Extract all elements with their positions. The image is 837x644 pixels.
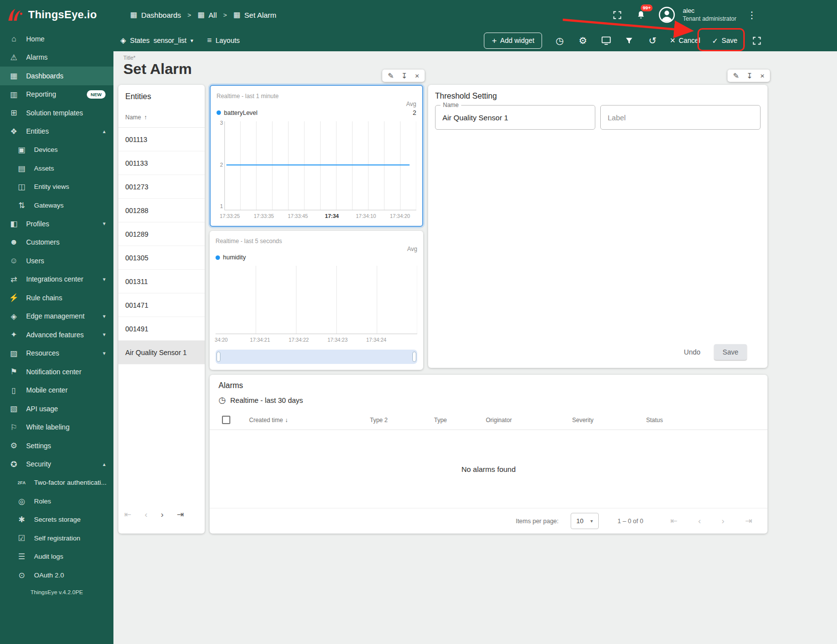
column-header-type[interactable]: Type (434, 417, 486, 424)
sidebar-item-audit-logs[interactable]: ☰Audit logs (0, 547, 113, 566)
first-page-icon[interactable]: ⇤ (670, 517, 677, 525)
prev-page-icon[interactable]: ‹ (698, 517, 701, 525)
last-page-icon[interactable]: ⇥ (745, 517, 752, 525)
entity-aliases-icon[interactable] (594, 36, 618, 45)
sidebar-item-resources[interactable]: ▨Resources▾ (0, 344, 113, 363)
alarms-timewindow-button[interactable]: ◷ Realtime - last 30 days (210, 390, 767, 410)
sidebar-item-assets[interactable]: ▤Assets (0, 159, 113, 178)
report-icon: ▥ (9, 90, 19, 99)
sidebar-item-two-factor-authentication[interactable]: 2FATwo-factor authenticati... (0, 473, 113, 492)
sidebar-item-oauth-2[interactable]: ⊙OAuth 2.0 (0, 566, 113, 585)
column-header-severity[interactable]: Severity (572, 417, 646, 424)
sidebar-item-gateways[interactable]: ⇅Gateways (0, 196, 113, 215)
sidebar-item-self-registration[interactable]: ☑Self registration (0, 529, 113, 548)
sidebar-item-dashboards[interactable]: ▦Dashboards (0, 67, 113, 85)
column-header-type-2[interactable]: Type 2 (370, 417, 434, 424)
sidebar-item-edge-management[interactable]: ◈Edge management▾ (0, 307, 113, 326)
column-header-status[interactable]: Status (646, 417, 767, 424)
legend-item[interactable]: batteryLevel (217, 109, 257, 116)
settings-gear-icon[interactable]: ⚙ (571, 35, 594, 46)
page-range: 1 – 0 of 0 (618, 518, 643, 525)
label-field[interactable]: Label (600, 105, 761, 130)
next-page-icon[interactable]: › (161, 510, 164, 519)
avatar[interactable] (658, 6, 676, 24)
cancel-button[interactable]: × Cancel (664, 33, 706, 48)
sidebar-item-roles[interactable]: ◎Roles (0, 492, 113, 511)
column-header-originator[interactable]: Originator (486, 417, 572, 424)
threshold-save-button[interactable]: Save (714, 344, 747, 360)
chevron-down-icon: ▾ (103, 331, 109, 338)
layouts-button[interactable]: ≡ Layouts (207, 36, 240, 45)
dashboard-title[interactable]: Set Alarm (123, 61, 192, 77)
notifications-bell-icon[interactable]: 99+ (634, 8, 647, 21)
sidebar-item-integrations-center[interactable]: ⇄Integrations center▾ (0, 270, 113, 289)
items-per-page-select[interactable]: 10 ▾ (571, 513, 599, 529)
toolbar-fullscreen-icon[interactable] (750, 34, 763, 47)
last-page-icon[interactable]: ⇥ (177, 510, 184, 519)
prev-page-icon[interactable]: ‹ (145, 510, 147, 519)
range-handle-right[interactable] (412, 352, 416, 362)
battery-chart-widget[interactable]: Realtime - last 1 minute Avg batteryLeve… (210, 85, 423, 227)
edit-pencil-icon[interactable]: ✎ (388, 72, 394, 79)
sidebar-item-notification-center[interactable]: ⚑Notification center (0, 362, 113, 381)
entity-row[interactable]: 001471 (118, 293, 205, 317)
download-icon[interactable]: ↧ (747, 72, 753, 79)
filters-icon[interactable] (618, 36, 641, 45)
close-widget-icon[interactable]: × (760, 72, 764, 79)
column-header-created-time[interactable]: Created time↓ (249, 417, 370, 424)
next-page-icon[interactable]: › (722, 517, 725, 525)
breadcrumb-item[interactable]: ▦Dashboards (130, 10, 181, 19)
sidebar-item-profiles[interactable]: ◧Profiles▾ (0, 215, 113, 233)
sidebar-item-advanced-features[interactable]: ✦Advanced features▾ (0, 325, 113, 344)
breadcrumb-item[interactable]: ▦All (198, 10, 217, 19)
sidebar-item-entity-views[interactable]: ◫Entity views (0, 178, 113, 196)
fullscreen-icon[interactable] (611, 8, 623, 21)
sidebar-item-security[interactable]: ✪Security▴ (0, 455, 113, 474)
user-info[interactable]: alec Tenant administrator (683, 7, 736, 23)
version-history-icon[interactable]: ↺ (641, 35, 664, 46)
sidebar-item-devices[interactable]: ▣Devices (0, 141, 113, 159)
y-tick-label: 2 (220, 162, 223, 168)
first-page-icon[interactable]: ⇤ (124, 510, 131, 519)
edit-pencil-icon[interactable]: ✎ (733, 72, 739, 79)
sidebar-item-mobile-center[interactable]: ▯Mobile center (0, 381, 113, 400)
sidebar-item-users[interactable]: ☺Users (0, 251, 113, 270)
sidebar-item-api-usage[interactable]: ▧API usage (0, 399, 113, 418)
sidebar-item-entities[interactable]: ❖Entities▴ (0, 122, 113, 141)
close-widget-icon[interactable]: × (415, 72, 419, 79)
sidebar-item-reporting[interactable]: ▥ReportingNEW (0, 85, 113, 104)
add-widget-button[interactable]: + Add widget (484, 33, 542, 49)
sidebar-item-settings[interactable]: ⚙Settings (0, 436, 113, 455)
kebab-menu-icon[interactable]: ⋮ (747, 9, 755, 21)
entity-row[interactable]: 001133 (118, 151, 205, 175)
entity-row[interactable]: 001113 (118, 128, 205, 151)
legend-item[interactable]: humidity (216, 254, 246, 261)
sidebar-item-solution-templates[interactable]: ⊞Solution templates (0, 104, 113, 122)
download-icon[interactable]: ↧ (401, 72, 408, 79)
undo-button[interactable]: Undo (684, 348, 700, 356)
range-selector[interactable] (216, 350, 417, 364)
entities-name-column-header[interactable]: Name ↑ (118, 107, 205, 128)
select-all-checkbox[interactable] (222, 416, 230, 424)
entity-row[interactable]: 001289 (118, 222, 205, 246)
sidebar-item-white-labeling[interactable]: ⚐White labeling (0, 418, 113, 437)
sidebar-item-customers[interactable]: ☻Customers (0, 233, 113, 252)
name-field[interactable]: Name Air Quality Sensor 1 (435, 105, 595, 130)
humidity-chart-widget[interactable]: Realtime - last 5 seconds Avg humidity 3… (210, 231, 423, 370)
entity-row[interactable]: 001491 (118, 317, 205, 341)
save-button[interactable]: ✓ Save (706, 34, 744, 47)
states-selector[interactable]: ◈ States sensor_list ▾ (120, 36, 193, 45)
logo[interactable]: ThingsEye.io (7, 7, 113, 22)
breadcrumb-item[interactable]: ▦Set Alarm (233, 10, 276, 19)
entity-row[interactable]: 001305 (118, 246, 205, 270)
sidebar-item-alarms[interactable]: ⚠Alarms (0, 48, 113, 67)
entity-row[interactable]: Air Quality Sensor 1 (118, 341, 205, 364)
entity-row[interactable]: 001288 (118, 199, 205, 222)
range-handle-left[interactable] (217, 352, 220, 362)
sidebar-item-secrets-storage[interactable]: ✱Secrets storage (0, 510, 113, 529)
timewindow-clock-icon[interactable]: ◷ (548, 35, 571, 46)
sidebar-item-rule-chains[interactable]: ⚡Rule chains (0, 288, 113, 307)
sidebar-item-home[interactable]: ⌂Home (0, 30, 113, 48)
entity-row[interactable]: 001311 (118, 270, 205, 293)
entity-row[interactable]: 001273 (118, 175, 205, 199)
